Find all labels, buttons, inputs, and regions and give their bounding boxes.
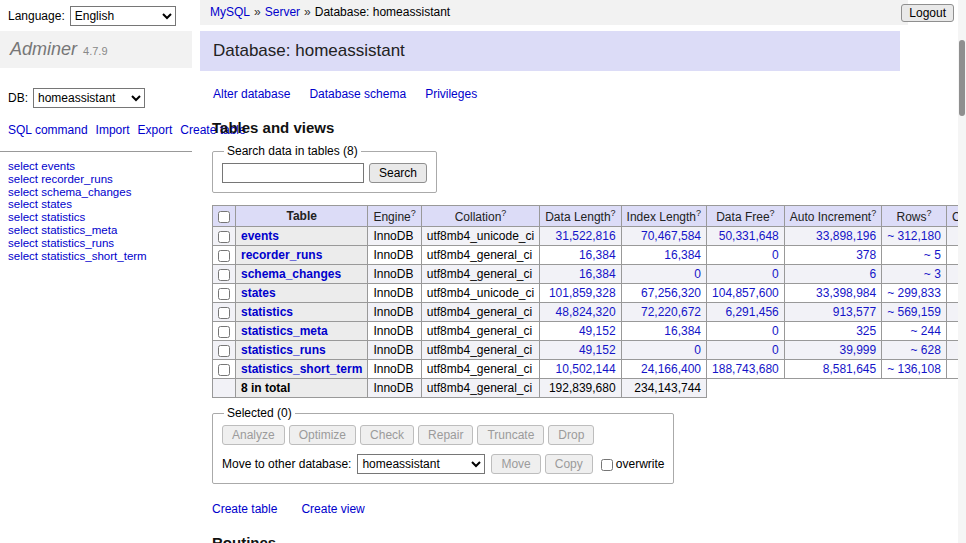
rows-count-value[interactable]: ~ 136,108 bbox=[882, 360, 947, 379]
logout-container: Logout bbox=[901, 4, 954, 22]
help-link[interactable]: ? bbox=[611, 208, 616, 218]
sidebar-item-select-schema-changes[interactable]: select schema_changes bbox=[8, 186, 192, 199]
overwrite-option[interactable]: overwrite bbox=[601, 457, 665, 471]
column-header-data-free[interactable]: Data Free? bbox=[707, 206, 785, 227]
table-link[interactable]: statistics bbox=[241, 305, 293, 319]
scrollbar-thumb[interactable] bbox=[959, 40, 965, 116]
search-button[interactable]: Search bbox=[369, 163, 427, 183]
move-db-select[interactable]: homeassistant bbox=[357, 454, 485, 474]
table-link[interactable]: recorder_runs bbox=[241, 248, 322, 262]
row-checkbox[interactable] bbox=[218, 269, 230, 281]
adminer-app: Language:English MySQL»Server»Database: … bbox=[0, 0, 966, 543]
privileges-link[interactable]: Privileges bbox=[425, 87, 477, 101]
column-header-engine[interactable]: Engine? bbox=[368, 206, 421, 227]
create-table-link[interactable]: Create table bbox=[212, 502, 277, 516]
overwrite-checkbox[interactable] bbox=[601, 459, 613, 471]
table-link[interactable]: events bbox=[241, 229, 279, 243]
breadcrumb-mysql-link[interactable]: MySQL bbox=[210, 5, 250, 19]
auto-increment-value[interactable]: 6 bbox=[784, 265, 881, 284]
column-header-index-length[interactable]: Index Length? bbox=[621, 206, 706, 227]
data-free-value: 6,291,456 bbox=[707, 303, 785, 322]
auto-increment-value[interactable]: 8,581,645 bbox=[784, 360, 881, 379]
rows-count-value[interactable]: ~ 5 bbox=[882, 246, 947, 265]
move-button[interactable]: Move bbox=[491, 454, 540, 474]
help-link[interactable]: ? bbox=[501, 208, 506, 218]
copy-button[interactable]: Copy bbox=[545, 454, 593, 474]
sidebar-link-import[interactable]: Import bbox=[96, 123, 130, 137]
rows-count-value[interactable]: ~ 244 bbox=[882, 322, 947, 341]
db-selector: DB:homeassistant bbox=[8, 88, 200, 108]
sidebar-link-sql-command[interactable]: SQL command bbox=[8, 123, 88, 137]
sidebar-item-select-statistics[interactable]: select statistics bbox=[8, 211, 192, 224]
row-checkbox[interactable] bbox=[218, 307, 230, 319]
sidebar-item-select-recorder-runs[interactable]: select recorder_runs bbox=[8, 173, 192, 186]
truncate-button[interactable]: Truncate bbox=[477, 425, 544, 445]
data-length-value: 16,384 bbox=[540, 265, 621, 284]
auto-increment-value[interactable]: 33,398,984 bbox=[784, 284, 881, 303]
logout-button[interactable]: Logout bbox=[901, 4, 954, 22]
rows-count-value[interactable]: ~ 628 bbox=[882, 341, 947, 360]
sidebar-item-select-statistics-short-term[interactable]: select statistics_short_term bbox=[8, 250, 192, 263]
row-checkbox[interactable] bbox=[218, 364, 230, 376]
app-logo[interactable]: Adminer bbox=[10, 39, 77, 59]
database-schema-link[interactable]: Database schema bbox=[309, 87, 406, 101]
table-link[interactable]: statistics_meta bbox=[241, 324, 328, 338]
rows-count-value[interactable]: ~ 569,159 bbox=[882, 303, 947, 322]
sidebar-item-select-statistics-meta[interactable]: select statistics_meta bbox=[8, 224, 192, 237]
row-checkbox[interactable] bbox=[218, 345, 230, 357]
column-header-collation[interactable]: Collation? bbox=[421, 206, 539, 227]
breadcrumb-server-link[interactable]: Server bbox=[265, 5, 300, 19]
create-view-link[interactable]: Create view bbox=[301, 502, 364, 516]
column-header-rows[interactable]: Rows? bbox=[882, 206, 947, 227]
table-link[interactable]: statistics_short_term bbox=[241, 362, 362, 376]
table-link[interactable]: statistics_runs bbox=[241, 343, 326, 357]
scrollbar[interactable] bbox=[958, 0, 966, 543]
help-link[interactable]: ? bbox=[411, 208, 416, 218]
column-header-data-length[interactable]: Data Length? bbox=[540, 206, 621, 227]
language-control: Language:English bbox=[8, 6, 176, 26]
help-link[interactable]: ? bbox=[871, 208, 876, 218]
auto-increment-value[interactable]: 378 bbox=[784, 246, 881, 265]
header-checkbox-cell bbox=[213, 206, 236, 227]
language-select[interactable]: English bbox=[70, 6, 176, 26]
auto-increment-value[interactable]: 325 bbox=[784, 322, 881, 341]
row-checkbox[interactable] bbox=[218, 231, 230, 243]
sidebar-link-export[interactable]: Export bbox=[138, 123, 173, 137]
db-select[interactable]: homeassistant bbox=[33, 88, 145, 108]
repair-button[interactable]: Repair bbox=[418, 425, 473, 445]
data-free-value: 0 bbox=[707, 246, 785, 265]
drop-button[interactable]: Drop bbox=[548, 425, 594, 445]
table-row: statistics_meta InnoDB utf8mb4_general_c… bbox=[213, 322, 966, 341]
table-link[interactable]: states bbox=[241, 286, 276, 300]
sidebar-item-select-states[interactable]: select states bbox=[8, 198, 192, 211]
auto-increment-value[interactable]: 39,999 bbox=[784, 341, 881, 360]
analyze-button[interactable]: Analyze bbox=[222, 425, 285, 445]
move-row: Move to other database:homeassistantMove… bbox=[222, 454, 664, 474]
auto-increment-value[interactable]: 913,577 bbox=[784, 303, 881, 322]
row-checkbox[interactable] bbox=[218, 326, 230, 338]
search-input[interactable] bbox=[222, 163, 364, 183]
help-link[interactable]: ? bbox=[696, 208, 701, 218]
data-free-value: 0 bbox=[707, 341, 785, 360]
table-row: states InnoDB utf8mb4_unicode_ci 101,859… bbox=[213, 284, 966, 303]
sidebar-item-select-statistics-runs[interactable]: select statistics_runs bbox=[8, 237, 192, 250]
row-checkbox[interactable] bbox=[218, 250, 230, 262]
help-link[interactable]: ? bbox=[770, 208, 775, 218]
alter-database-link[interactable]: Alter database bbox=[213, 87, 290, 101]
optimize-button[interactable]: Optimize bbox=[289, 425, 356, 445]
index-length-value: 16,384 bbox=[621, 246, 706, 265]
rows-count-value[interactable]: ~ 312,180 bbox=[882, 227, 947, 246]
rows-count-value[interactable]: ~ 3 bbox=[882, 265, 947, 284]
sidebar-item-select-events[interactable]: select events bbox=[8, 160, 192, 173]
rows-count-value[interactable]: ~ 299,833 bbox=[882, 284, 947, 303]
select-all-checkbox[interactable] bbox=[218, 211, 230, 223]
data-length-value: 16,384 bbox=[540, 246, 621, 265]
sidebar-actions: SQL commandImportExportCreate table bbox=[8, 122, 158, 139]
check-button[interactable]: Check bbox=[360, 425, 414, 445]
auto-increment-value[interactable]: 33,898,196 bbox=[784, 227, 881, 246]
row-checkbox[interactable] bbox=[218, 288, 230, 300]
bulk-actions: AnalyzeOptimizeCheckRepairTruncateDrop bbox=[222, 425, 664, 445]
table-link[interactable]: schema_changes bbox=[241, 267, 341, 281]
help-link[interactable]: ? bbox=[927, 208, 932, 218]
column-header-auto-increment[interactable]: Auto Increment? bbox=[784, 206, 881, 227]
